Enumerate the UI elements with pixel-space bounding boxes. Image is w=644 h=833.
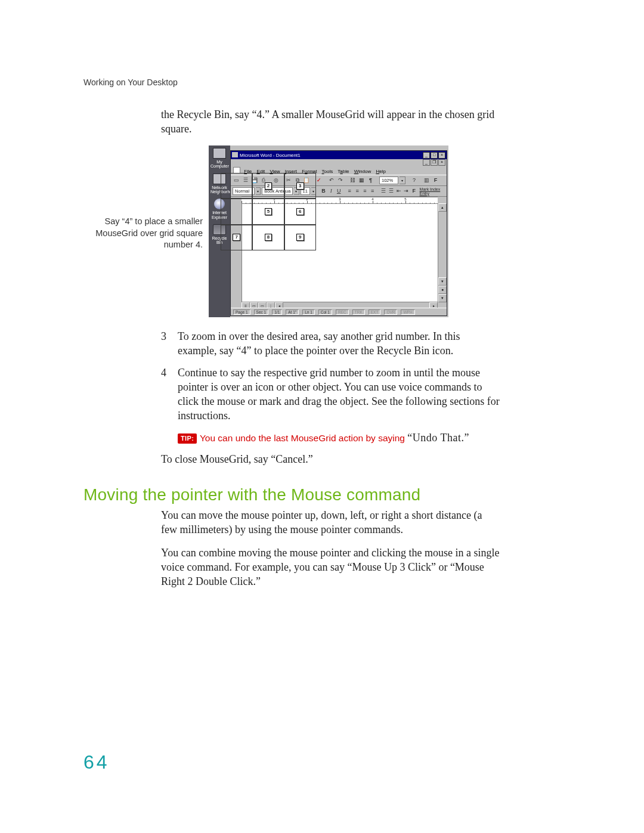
close-mousegrid-line: To close MouseGrid, say “Cancel.” — [161, 452, 501, 466]
mousegrid-cell-8: 8 — [252, 225, 284, 250]
status-ext: EXT — [369, 309, 381, 315]
bulleted-list-icon[interactable]: ☰ — [388, 187, 394, 195]
word-window: Microsoft Word - Document1 _□× _ ❐ × Fil… — [230, 150, 447, 316]
decrease-indent-icon[interactable]: ⇤ — [395, 187, 402, 195]
mousegrid-number-badge: 2 — [265, 182, 272, 190]
doc-minimize-button[interactable]: _ — [423, 159, 430, 166]
next-page-icon[interactable]: ▾ — [438, 294, 447, 302]
status-pages: 1/1 — [272, 309, 282, 315]
mousegrid-number-badge: 3 — [296, 182, 304, 190]
step-4-text: Continue to say the respective grid numb… — [178, 366, 501, 423]
status-line: Ln 1 — [302, 309, 315, 315]
mousegrid-cell-2: 2 — [252, 173, 284, 199]
running-head: Working on Your Desktop — [83, 78, 178, 87]
mousegrid-number-badge: 9 — [296, 234, 304, 241]
underline-icon[interactable]: U — [336, 187, 342, 195]
my-computer-label: My Computer — [210, 160, 228, 169]
step-number: 3 — [161, 329, 178, 358]
bold-icon[interactable]: B — [320, 187, 327, 195]
status-bar: Page 1 Sec 1 1/1 At 1" Ln 1 Col 1 REC TR… — [231, 308, 447, 315]
tip-paragraph: TIP: You can undo the last MouseGrid act… — [161, 431, 501, 445]
mousegrid-cell-4 — [221, 199, 252, 224]
intro-paragraph: the Recycle Bin, say “4.” A smaller Mous… — [161, 107, 501, 137]
show-hide-icon[interactable]: ¶ — [367, 176, 374, 184]
mousegrid-cell-6: 6 — [284, 199, 316, 224]
mousegrid-cell-3: 3 — [284, 173, 316, 199]
tables-borders-icon[interactable]: ▦ — [358, 176, 366, 184]
scroll-up-icon[interactable]: ▴ — [438, 203, 447, 212]
window-title: Microsoft Word - Document1 — [232, 152, 301, 158]
mousegrid-cell-1 — [221, 173, 252, 199]
step-3: 3 To zoom in over the desired area, say … — [161, 329, 501, 358]
minimize-button[interactable]: _ — [423, 152, 430, 159]
align-center-icon[interactable]: ≡ — [354, 187, 361, 195]
menu-tools[interactable]: Tools — [322, 169, 333, 174]
maximize-button[interactable]: □ — [431, 152, 438, 159]
font-color-icon[interactable]: F — [432, 176, 439, 184]
status-wph: WPH — [401, 309, 414, 315]
scroll-down-icon[interactable]: ▾ — [438, 277, 447, 286]
titlebar: Microsoft Word - Document1 _□× — [231, 151, 447, 159]
mousegrid-number-badge: 7 — [233, 234, 240, 241]
status-col: Col 1 — [318, 309, 332, 315]
document-window-buttons: _ ❐ × — [231, 159, 447, 166]
menu-table[interactable]: Table — [338, 169, 349, 174]
justify-icon[interactable]: ≡ — [369, 187, 376, 195]
increase-indent-icon[interactable]: ⇥ — [403, 187, 410, 195]
mousegrid-cell-9: 9 — [284, 225, 316, 250]
window-buttons: _□× — [422, 152, 445, 159]
step-number: 4 — [161, 366, 178, 423]
doc-close-button[interactable]: × — [438, 159, 445, 166]
mousegrid-number-badge: 8 — [265, 234, 272, 241]
status-at: At 1" — [286, 309, 299, 315]
section-heading: Moving the pointer with the Mouse comman… — [83, 485, 420, 504]
columns-icon[interactable]: ▥ — [423, 176, 431, 184]
status-page: Page 1 — [233, 309, 250, 315]
help-icon[interactable]: ? — [410, 176, 418, 184]
insert-hyperlink-icon[interactable]: ⛓ — [349, 176, 357, 184]
mark-index-entry-button[interactable]: Mark Index Entry — [420, 187, 445, 196]
mousegrid-cell-5: 5 — [252, 199, 284, 224]
menu-window[interactable]: Window — [354, 169, 371, 174]
status-rec: REC — [336, 309, 349, 315]
page-number: 64 — [83, 751, 110, 773]
step-4: 4 Continue to say the respective grid nu… — [161, 366, 501, 423]
mousegrid-overlay: 2356789 — [221, 173, 316, 250]
vertical-scrollbar[interactable]: ▴ ▾ ● ▾ — [438, 203, 447, 302]
moving-pointer-p2: You can combine moving the mouse pointer… — [161, 546, 501, 589]
document-area[interactable]: 2356789 — [242, 203, 438, 302]
mousegrid-number-badge: 5 — [265, 208, 272, 215]
mousegrid-screenshot: My Computer Network Neighborho Internet … — [209, 145, 448, 317]
menu-help[interactable]: Help — [376, 169, 385, 174]
undo-icon[interactable]: ↶ — [327, 176, 335, 184]
mousegrid-cell-7: 7 — [221, 225, 252, 250]
status-trk: TRK — [352, 309, 365, 315]
align-left-icon[interactable]: ≡ — [346, 187, 353, 195]
close-button[interactable]: × — [438, 152, 445, 159]
status-ovr: OVR — [384, 309, 397, 315]
figure-side-caption: Say “4” to place a smaller MouseGrid ove… — [83, 216, 203, 251]
align-right-icon[interactable]: ≡ — [361, 187, 368, 195]
italic-icon[interactable]: I — [328, 187, 335, 195]
status-section: Sec 1 — [254, 309, 269, 315]
tip-red-text: You can undo the last MouseGrid action b… — [200, 433, 407, 443]
zoom-dropdown-icon[interactable]: ▾ — [400, 176, 405, 184]
mousegrid-number-badge: 6 — [296, 208, 304, 215]
borders-icon[interactable]: F — [411, 187, 417, 195]
my-computer-icon: My Computer — [210, 148, 228, 169]
tip-quote: “Undo That.” — [407, 432, 469, 444]
redo-icon[interactable]: ↷ — [336, 176, 344, 184]
tip-badge: TIP: — [178, 433, 197, 444]
doc-restore-button[interactable]: ❐ — [431, 159, 438, 166]
zoom-field[interactable]: 102% — [379, 176, 398, 184]
step-3-text: To zoom in over the desired area, say an… — [178, 329, 501, 358]
previous-page-icon[interactable]: ● — [438, 286, 447, 294]
numbered-list-icon[interactable]: ☰ — [380, 187, 386, 195]
moving-pointer-p1: You can move the mouse pointer up, down,… — [161, 508, 501, 537]
